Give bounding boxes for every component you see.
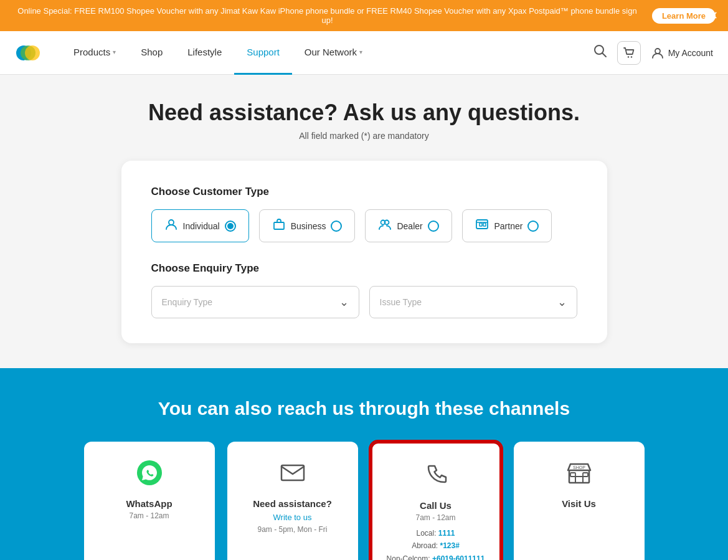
search-icon[interactable] (593, 44, 607, 61)
svg-rect-22 (583, 473, 588, 477)
noncelcom-number[interactable]: +6019-6011111 (432, 554, 485, 560)
page-subtitle: All field marked (*) are mandatory (12, 131, 716, 141)
customer-type-label: Choose Customer Type (151, 186, 577, 198)
dealer-icon (378, 217, 392, 234)
channels-cards: WhatsApp 7am - 12am Need assistance? Wri… (84, 442, 645, 560)
form-card: Choose Customer Type Individual (121, 161, 607, 343)
customer-type-dealer[interactable]: Dealer (365, 209, 452, 242)
abroad-number[interactable]: *123# (440, 541, 460, 550)
individual-icon (164, 217, 178, 234)
svg-rect-10 (274, 222, 284, 229)
email-icon (240, 459, 346, 492)
business-icon (272, 217, 286, 234)
individual-label: Individual (183, 221, 220, 231)
enquiry-type-dropdown[interactable]: Enquiry Type ⌄ (151, 286, 359, 318)
page-title: Need assistance? Ask us any questions. (12, 100, 716, 126)
local-label: Local: (416, 529, 436, 538)
store-icon: SHOP (526, 459, 632, 492)
learn-more-button[interactable]: Learn More (652, 8, 716, 24)
write-to-us-link[interactable]: Write to us (273, 513, 312, 522)
customer-type-row: Individual Business (151, 209, 577, 242)
nav-right: My Account (593, 41, 713, 65)
svg-text:SHOP: SHOP (573, 465, 585, 470)
nav-lifestyle[interactable]: Lifestyle (175, 31, 234, 75)
call-details: Local: 1111 Abroad: *123# Non-Celcom: +6… (385, 527, 487, 560)
svg-rect-20 (575, 477, 583, 483)
top-banner: Online Special: FREE RM100 Shopee Vouche… (0, 0, 728, 31)
email-hours: 9am - 5pm, Mon - Fri (240, 525, 346, 534)
cart-icon[interactable] (617, 41, 641, 65)
customer-type-business[interactable]: Business (259, 209, 356, 242)
dealer-radio[interactable] (428, 221, 439, 232)
local-number[interactable]: 1111 (438, 529, 455, 538)
svg-text:celcom: celcom (19, 59, 36, 64)
banner-text: Online Special: FREE RM100 Shopee Vouche… (12, 6, 642, 25)
network-chevron: ▾ (359, 49, 362, 55)
svg-point-8 (655, 49, 660, 54)
svg-point-7 (630, 56, 631, 57)
call-hours: 7am - 12am (385, 513, 487, 522)
whatsapp-name: WhatsApp (97, 498, 202, 509)
channel-visit[interactable]: SHOP Visit Us (514, 442, 645, 560)
nav-our-network[interactable]: Our Network ▾ (292, 31, 375, 75)
enquiry-dropdown-arrow: ⌄ (339, 295, 349, 309)
phone-icon (385, 461, 487, 494)
logo-icon: celcom (15, 40, 41, 66)
partner-radio[interactable] (527, 221, 539, 232)
partner-icon (475, 217, 489, 234)
call-name: Call Us (385, 500, 487, 511)
main-content: Need assistance? Ask us any questions. A… (0, 75, 728, 368)
svg-rect-18 (281, 465, 304, 480)
svg-rect-15 (483, 223, 486, 226)
channel-email[interactable]: Need assistance? Write to us 9am - 5pm, … (227, 442, 358, 560)
whatsapp-icon (97, 459, 202, 492)
channel-call[interactable]: Call Us 7am - 12am Local: 1111 Abroad: *… (371, 442, 501, 560)
my-account-button[interactable]: My Account (651, 46, 713, 60)
products-chevron: ▾ (113, 49, 116, 55)
visit-name: Visit Us (526, 498, 632, 509)
channel-whatsapp[interactable]: WhatsApp 7am - 12am (84, 442, 215, 560)
nav-shop[interactable]: Shop (128, 31, 175, 75)
email-name: Need assistance? (240, 498, 346, 509)
logo[interactable]: celcom (15, 40, 41, 66)
nav-support[interactable]: Support (234, 31, 292, 75)
account-icon (651, 46, 664, 60)
enquiry-type-placeholder: Enquiry Type (162, 297, 339, 307)
svg-rect-14 (480, 223, 482, 226)
customer-type-partner[interactable]: Partner (462, 209, 552, 242)
individual-radio[interactable] (225, 221, 236, 232)
svg-rect-21 (570, 473, 575, 477)
issue-type-dropdown[interactable]: Issue Type ⌄ (369, 286, 577, 318)
issue-type-placeholder: Issue Type (380, 297, 557, 307)
channels-section: You can also reach us through these chan… (0, 368, 728, 560)
customer-type-individual[interactable]: Individual (151, 209, 249, 242)
nav-products[interactable]: Products ▾ (61, 31, 128, 75)
account-label: My Account (668, 48, 713, 58)
business-label: Business (291, 221, 326, 231)
dealer-label: Dealer (397, 221, 422, 231)
svg-point-6 (627, 56, 628, 57)
svg-line-5 (602, 54, 606, 57)
noncelcom-label: Non-Celcom: (387, 554, 430, 560)
abroad-label: Abroad: (412, 541, 438, 550)
nav-links: Products ▾ Shop Lifestyle Support Our Ne… (61, 31, 593, 75)
svg-point-9 (169, 220, 174, 225)
business-radio[interactable] (331, 221, 342, 232)
partner-label: Partner (494, 221, 522, 231)
whatsapp-hours: 7am - 12am (97, 511, 202, 520)
channels-title: You can also reach us through these chan… (15, 398, 713, 419)
banner-close-button[interactable]: ✕ (709, 9, 718, 22)
enquiry-row: Enquiry Type ⌄ Issue Type ⌄ (151, 286, 577, 318)
issue-dropdown-arrow: ⌄ (557, 295, 567, 309)
enquiry-type-label: Choose Enquiry Type (151, 262, 577, 275)
navbar: celcom Products ▾ Shop Lifestyle Support… (0, 31, 728, 75)
